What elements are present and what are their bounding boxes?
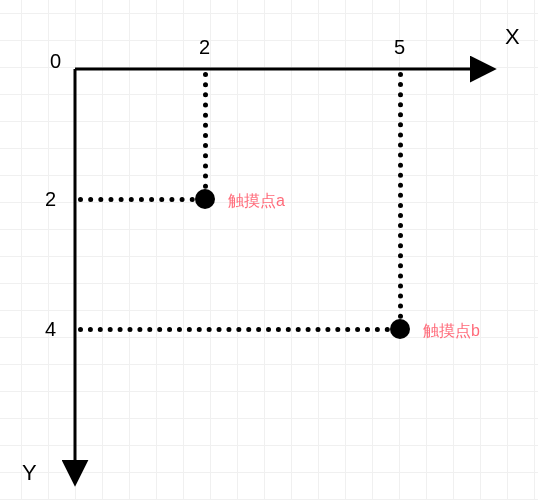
x-tick-0: 2 [199, 36, 210, 59]
point-label-a: 触摸点a [228, 191, 285, 212]
point-b [390, 319, 410, 339]
point-a [195, 189, 215, 209]
chart-canvas: X Y 0 2 5 2 4 触摸点a 触摸点b [0, 0, 538, 500]
y-axis-label: Y [22, 460, 37, 486]
guide-h-b [78, 327, 400, 332]
origin-label: 0 [50, 50, 61, 73]
y-tick-0: 2 [45, 188, 56, 211]
axes [0, 0, 538, 500]
x-tick-1: 5 [394, 36, 405, 59]
y-tick-1: 4 [45, 318, 56, 341]
guide-v-a [203, 72, 208, 199]
guide-h-a [78, 197, 205, 202]
x-axis-label: X [505, 24, 520, 50]
guide-v-b [398, 72, 403, 329]
point-label-b: 触摸点b [423, 321, 480, 342]
